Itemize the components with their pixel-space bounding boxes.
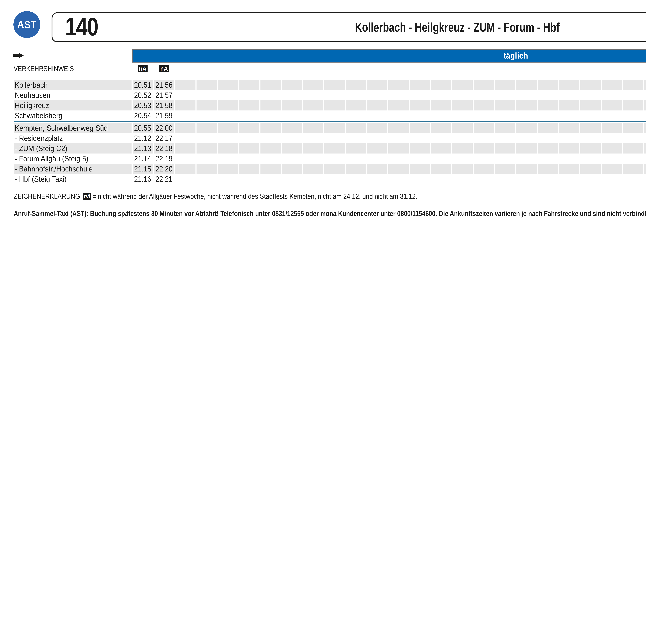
time-cell	[644, 100, 646, 110]
time-cell: 20.53	[132, 100, 153, 110]
time-cell	[389, 90, 409, 100]
time-cell	[452, 174, 472, 184]
time-cell	[431, 80, 451, 90]
time-cell	[367, 164, 387, 174]
stop-name-cell: Neuhausen	[14, 90, 131, 100]
time-cell	[644, 164, 646, 174]
time-cell	[218, 164, 238, 174]
time-cell	[431, 164, 451, 174]
time-cell	[218, 90, 238, 100]
note-badge-cell	[260, 64, 281, 73]
time-cell	[175, 100, 196, 110]
time-cell	[602, 90, 622, 100]
time-cell	[580, 143, 601, 153]
time-cell	[282, 143, 302, 153]
stop-name-cell: - Bahnhofstr./Hochschule	[14, 164, 131, 174]
time-cell	[516, 80, 537, 90]
time-cell	[602, 123, 622, 133]
time-cell	[474, 174, 494, 184]
time-cell	[431, 110, 451, 121]
time-cell: 21.56	[154, 80, 174, 90]
time-cell	[580, 123, 601, 133]
time-cell	[239, 153, 259, 164]
time-cell	[623, 164, 643, 174]
time-cell	[346, 110, 366, 121]
time-cell	[389, 153, 409, 164]
time-cell	[644, 110, 646, 121]
time-cell	[260, 153, 281, 164]
time-cell	[260, 123, 281, 133]
time-cell	[282, 174, 302, 184]
note-badge-cell	[239, 64, 259, 73]
route-header-box: 140 Kollerbach - Heilgkreuz - ZUM - Foru…	[51, 12, 646, 42]
time-cell	[303, 90, 323, 100]
time-cell	[452, 80, 472, 90]
time-cell: 20.52	[132, 90, 153, 100]
time-cell	[197, 174, 217, 184]
time-cell	[324, 133, 345, 143]
timetable-row: - Residenzplatz21.1222.17	[14, 133, 646, 143]
time-cell	[303, 100, 323, 110]
legend-row: ZEICHENERKLÄRUNG: nA = nicht während der…	[14, 192, 417, 200]
time-cell	[324, 153, 345, 164]
time-cell	[175, 164, 196, 174]
time-cell	[559, 133, 579, 143]
note-badge-cell: nA	[154, 64, 174, 73]
time-cell	[303, 174, 323, 184]
time-cell	[559, 90, 579, 100]
time-cell	[452, 123, 472, 133]
time-cell	[431, 174, 451, 184]
time-cell	[389, 143, 409, 153]
time-cell	[239, 133, 259, 143]
na-symbol-badge: nA	[138, 65, 147, 72]
timetable-row: - Bahnhofstr./Hochschule21.1522.20	[14, 164, 646, 174]
time-cell	[367, 153, 387, 164]
note-badge-cell	[495, 64, 515, 73]
time-cell	[282, 133, 302, 143]
time-cell	[260, 133, 281, 143]
time-cell	[623, 143, 643, 153]
time-cell	[602, 143, 622, 153]
timetable-row: Heiligkreuz20.5321.58	[14, 100, 646, 110]
time-cell	[580, 133, 601, 143]
time-cell	[538, 153, 558, 164]
time-cell	[197, 110, 217, 121]
time-cell	[346, 133, 366, 143]
time-cell	[452, 90, 472, 100]
time-cell	[602, 174, 622, 184]
time-cell	[175, 143, 196, 153]
time-cell	[260, 100, 281, 110]
time-cell	[324, 164, 345, 174]
time-cell	[452, 110, 472, 121]
time-cell	[218, 100, 238, 110]
time-cell	[495, 133, 515, 143]
legend-label: ZEICHENERKLÄRUNG:	[14, 192, 82, 200]
note-badge-cell	[175, 64, 196, 73]
time-cell	[410, 133, 430, 143]
note-badge-cell	[538, 64, 558, 73]
time-cell	[516, 133, 537, 143]
timetable-row: - Hbf (Steig Taxi)21.1622.21	[14, 174, 646, 184]
time-cell	[346, 100, 366, 110]
time-cell	[644, 90, 646, 100]
time-cell	[495, 153, 515, 164]
timetable-row: - Forum Allgäu (Steig 5)21.1422.19	[14, 153, 646, 164]
time-cell	[474, 110, 494, 121]
time-cell	[197, 80, 217, 90]
time-cell	[623, 110, 643, 121]
time-cell	[239, 100, 259, 110]
time-cell	[452, 153, 472, 164]
time-cell: 22.18	[154, 143, 174, 153]
time-cell	[389, 100, 409, 110]
stop-name-cell: - Residenzplatz	[14, 133, 131, 143]
timetable-page: AST 140 Kollerbach - Heilgkreuz - ZUM - …	[0, 0, 646, 644]
stop-name-cell: Heiligkreuz	[14, 100, 131, 110]
time-cell	[346, 174, 366, 184]
time-cell	[303, 164, 323, 174]
time-cell	[538, 100, 558, 110]
time-cell	[197, 123, 217, 133]
time-cell	[623, 100, 643, 110]
time-cell	[602, 100, 622, 110]
note-badge-cell	[282, 64, 302, 73]
time-cell	[218, 133, 238, 143]
